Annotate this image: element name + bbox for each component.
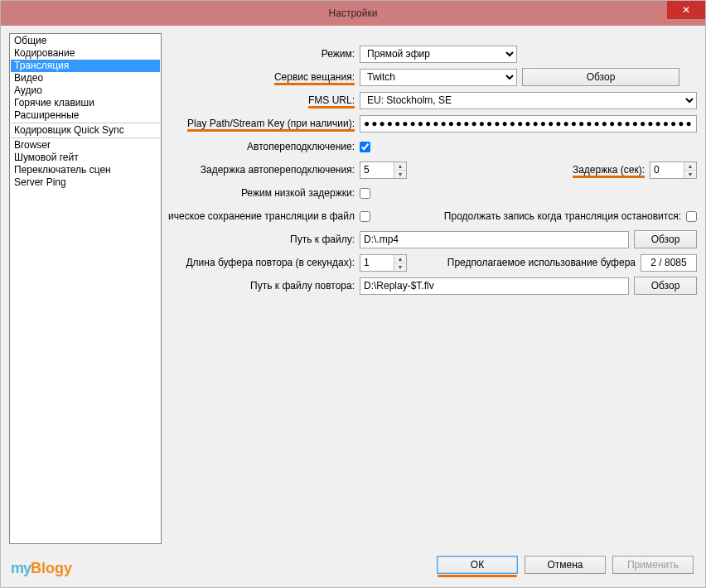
spinner-up-icon[interactable]: ▲: [394, 255, 406, 263]
window-title: Настройки: [329, 7, 378, 19]
service-label: Сервис вещания:: [168, 71, 355, 83]
titlebar: Настройки ✕: [1, 1, 705, 26]
buffer-use-value: 2 / 8085: [641, 254, 697, 272]
close-button[interactable]: ✕: [667, 1, 705, 19]
sidebar-item-selected[interactable]: Трансляция: [11, 60, 160, 72]
save-stream-checkbox[interactable]: [360, 211, 370, 222]
spinner-up-icon[interactable]: ▲: [684, 162, 696, 171]
replay-path-input[interactable]: [360, 277, 629, 295]
settings-panel: Режим: Прямой эфир Сервис вещания: Twitc…: [168, 33, 697, 544]
sidebar-item[interactable]: Горячие клавиши: [11, 97, 160, 109]
reconnect-delay-spinner[interactable]: ▲▼: [360, 161, 407, 179]
playpath-label: Play Path/Stream Key (при наличии):: [168, 118, 355, 129]
sidebar-item[interactable]: Кодировщик Quick Sync: [11, 124, 160, 137]
cancel-button[interactable]: Отмена: [525, 556, 606, 574]
replay-path-label: Путь к файлу повтора:: [168, 280, 355, 292]
save-stream-label: ическое сохранение трансляции в файл:: [168, 210, 355, 222]
service-select[interactable]: Twitch: [360, 69, 517, 86]
service-browse-button[interactable]: Обзор: [522, 68, 679, 86]
sidebar-item[interactable]: Аудио: [11, 84, 160, 97]
keep-record-label: Продолжать запись когда трансляция остан…: [444, 210, 681, 222]
logo: myBlogy: [11, 560, 72, 577]
sidebar-item[interactable]: Переключатель сцен: [11, 164, 160, 176]
spinner-down-icon[interactable]: ▼: [394, 263, 406, 271]
delay-spinner[interactable]: ▲▼: [650, 161, 697, 179]
delay-input[interactable]: [650, 162, 684, 178]
footer: myBlogy ОК Отмена Применить: [9, 551, 697, 579]
fms-select[interactable]: EU: Stockholm, SE: [360, 92, 697, 109]
sidebar-item[interactable]: Общие: [11, 35, 160, 47]
client-area: Общие Кодирование Трансляция Видео Аудио…: [1, 26, 705, 587]
sidebar-item[interactable]: Browser: [11, 139, 160, 152]
sidebar[interactable]: Общие Кодирование Трансляция Видео Аудио…: [9, 33, 162, 544]
reconnect-delay-input[interactable]: [360, 162, 394, 178]
low-latency-label: Режим низкой задержки:: [168, 187, 355, 199]
replay-path-browse-button[interactable]: Обзор: [634, 277, 697, 295]
file-path-label: Путь к файлу:: [168, 234, 355, 245]
stream-key-input[interactable]: [360, 115, 697, 133]
mode-label: Режим:: [168, 48, 355, 60]
sidebar-divider: [11, 123, 160, 123]
keep-record-checkbox[interactable]: [686, 211, 697, 222]
file-path-browse-button[interactable]: Обзор: [634, 230, 697, 248]
ok-button[interactable]: ОК: [437, 556, 518, 574]
sidebar-divider: [11, 137, 160, 138]
apply-button[interactable]: Применить: [612, 556, 694, 574]
mode-select[interactable]: Прямой эфир: [360, 46, 517, 63]
spinner-down-icon[interactable]: ▼: [394, 171, 406, 178]
sidebar-item[interactable]: Видео: [11, 72, 160, 84]
autoreconnect-checkbox[interactable]: [360, 142, 370, 152]
sidebar-item[interactable]: Шумовой гейт: [11, 152, 160, 164]
buffer-use-label: Предполагаемое использование буфера: [447, 257, 636, 268]
autoreconnect-label: Автопереподключение:: [168, 141, 355, 152]
spinner-down-icon[interactable]: ▼: [684, 171, 696, 178]
replay-buffer-label: Длина буфера повтора (в секундах):: [168, 257, 355, 268]
sidebar-item[interactable]: Расширенные: [11, 109, 160, 122]
sidebar-item[interactable]: Server Ping: [11, 176, 160, 189]
low-latency-checkbox[interactable]: [360, 188, 370, 199]
file-path-input[interactable]: [360, 231, 629, 248]
spinner-up-icon[interactable]: ▲: [394, 162, 406, 171]
reconnect-delay-label: Задержка автопереподключения:: [168, 164, 355, 176]
replay-buffer-input[interactable]: [360, 255, 394, 271]
replay-buffer-spinner[interactable]: ▲▼: [360, 254, 407, 272]
delay-label: Задержка (сек):: [573, 164, 645, 176]
fms-label: FMS URL:: [168, 94, 355, 106]
sidebar-item[interactable]: Кодирование: [11, 47, 160, 60]
